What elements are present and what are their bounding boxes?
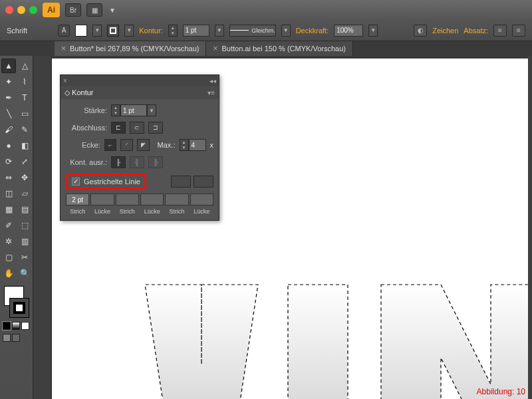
arrange-documents-button[interactable]: ▦ xyxy=(86,3,102,17)
dashed-line-checkbox[interactable]: ✓ xyxy=(72,178,80,186)
blend-tool[interactable]: ⬚ xyxy=(17,218,32,233)
panel-tab-kontur[interactable]: ◇ Kontur xyxy=(65,88,93,97)
align-center-button[interactable]: ≡ xyxy=(512,25,525,37)
pen-tool[interactable]: ✒ xyxy=(1,90,16,105)
rotate-tool[interactable]: ⟳ xyxy=(1,154,16,169)
dash-field-5[interactable] xyxy=(190,194,213,205)
direct-selection-tool[interactable]: △ xyxy=(17,59,32,73)
cap-projecting-button[interactable]: ⊐ xyxy=(148,122,163,134)
screen-mode-normal[interactable] xyxy=(3,334,11,342)
mesh-tool[interactable]: ▦ xyxy=(1,202,16,217)
screen-mode-row xyxy=(1,332,32,343)
blob-brush-tool[interactable]: ● xyxy=(1,138,16,153)
stroke-profile-dropdown[interactable]: Gleichm. xyxy=(229,25,276,37)
dash-field-3[interactable] xyxy=(140,194,164,205)
corner-round-button[interactable]: ◜ xyxy=(120,139,133,151)
free-transform-tool[interactable]: ✥ xyxy=(17,170,32,185)
panel-menu-icon[interactable]: ▾≡ xyxy=(207,89,215,96)
graph-tool[interactable]: ▥ xyxy=(17,234,32,249)
corner-miter-button[interactable]: ⌐ xyxy=(104,139,117,151)
paragraph-link[interactable]: Absatz: xyxy=(464,27,488,35)
document-tab[interactable]: × Button.ai bei 150 % (CMYK/Vorschau) xyxy=(206,41,353,56)
weight-field[interactable]: 1 pt xyxy=(120,104,147,116)
close-window-button[interactable] xyxy=(5,6,13,14)
miter-stepper[interactable]: ▲▼ 4 xyxy=(180,139,206,151)
stroke-dropdown[interactable]: ▼ xyxy=(124,25,134,37)
minimize-window-button[interactable] xyxy=(17,6,25,14)
type-tool[interactable]: T xyxy=(17,90,32,105)
slice-tool[interactable]: ✂ xyxy=(17,250,32,265)
align-stroke-center-button[interactable]: ╟ xyxy=(111,156,126,168)
align-left-button[interactable]: ≡ xyxy=(493,25,507,37)
magic-wand-tool[interactable]: ✦ xyxy=(1,74,16,89)
dash-align-corners-button[interactable] xyxy=(194,176,213,188)
dash-align-exact-button[interactable] xyxy=(171,176,191,188)
bridge-button[interactable]: Br xyxy=(65,3,81,17)
tools-panel: ▲ △ ✦ ⌇ ✒ T ╲ ▭ 🖌 ✎ ● ◧ ⟳ ⤢ ⇔ ✥ ◫ ▱ ▦ ▤ … xyxy=(0,56,33,399)
miter-field[interactable]: 4 xyxy=(189,139,206,151)
shape-builder-tool[interactable]: ◫ xyxy=(1,186,16,201)
opacity-link[interactable]: Deckkraft: xyxy=(296,27,329,35)
eyedropper-tool[interactable]: ✐ xyxy=(1,218,16,233)
color-mode-solid[interactable] xyxy=(3,322,11,330)
cap-butt-button[interactable]: ⊏ xyxy=(111,122,126,134)
weight-dropdown[interactable]: ▼ xyxy=(147,104,156,116)
stroke-weight-stepper[interactable]: ▲▼ xyxy=(168,25,178,37)
selection-tool[interactable]: ▲ xyxy=(1,59,16,73)
line-tool[interactable]: ╲ xyxy=(1,106,16,121)
corner-label: Ecke: xyxy=(66,141,100,149)
recolor-button[interactable]: ◐ xyxy=(414,25,427,37)
perspective-tool[interactable]: ▱ xyxy=(17,186,32,201)
fill-dropdown[interactable]: ▼ xyxy=(92,25,102,37)
character-link[interactable]: Zeichen xyxy=(432,27,458,35)
artboard-tool[interactable]: ▢ xyxy=(1,250,16,265)
panel-titlebar[interactable]: × ◂◂ xyxy=(61,75,219,86)
panel-title: Kontur xyxy=(72,88,93,96)
right-dock xyxy=(528,56,532,399)
stroke-weight-dropdown[interactable]: ▼ xyxy=(215,25,224,37)
stroke-weight-field[interactable]: 1 pt xyxy=(183,25,209,37)
dash-field-1[interactable] xyxy=(90,194,114,205)
opacity-field[interactable]: 100% xyxy=(334,25,363,37)
corner-bevel-button[interactable]: ◤ xyxy=(137,139,150,151)
scale-tool[interactable]: ⤢ xyxy=(17,154,32,169)
zoom-tool[interactable]: 🔍 xyxy=(17,266,32,281)
stroke-color-swatch[interactable] xyxy=(9,298,29,318)
arrange-dropdown-icon[interactable]: ▼ xyxy=(108,7,117,14)
panel-collapse-icon[interactable]: ◂◂ xyxy=(209,77,216,84)
document-tab[interactable]: × Button* bei 267,89 % (CMYK/Vorschau) xyxy=(55,41,206,56)
eraser-tool[interactable]: ◧ xyxy=(17,138,32,153)
align-stroke-outside-button[interactable]: ╠ xyxy=(148,156,163,168)
close-tab-icon[interactable]: × xyxy=(61,44,66,53)
cap-round-button[interactable]: ⊂ xyxy=(130,122,144,134)
hand-tool[interactable]: ✋ xyxy=(1,266,16,281)
kontur-link[interactable]: Kontur: xyxy=(139,27,162,35)
opacity-dropdown[interactable]: ▼ xyxy=(368,25,378,37)
paintbrush-tool[interactable]: 🖌 xyxy=(1,122,16,137)
rectangle-tool[interactable]: ▭ xyxy=(17,106,32,121)
panel-close-icon[interactable]: × xyxy=(63,77,67,84)
zoom-window-button[interactable] xyxy=(29,6,37,14)
symbol-sprayer-tool[interactable]: ✲ xyxy=(1,234,16,249)
dash-field-2[interactable] xyxy=(116,194,139,205)
lasso-tool[interactable]: ⌇ xyxy=(17,74,32,89)
color-mode-none[interactable] xyxy=(21,322,29,330)
weight-label: Stärke: xyxy=(66,106,107,114)
fill-swatch[interactable] xyxy=(75,25,87,37)
char-format-icon[interactable]: A xyxy=(58,25,70,37)
gradient-tool[interactable]: ▤ xyxy=(17,202,32,217)
color-mode-gradient[interactable] xyxy=(12,322,20,330)
dash-field-0[interactable]: 2 pt xyxy=(66,194,89,205)
stroke-profile-dd-icon[interactable]: ▼ xyxy=(281,25,291,37)
width-tool[interactable]: ⇔ xyxy=(1,170,16,185)
dash-col-label: Strich xyxy=(116,207,139,215)
fill-stroke-swatch[interactable] xyxy=(1,285,32,319)
align-stroke-label: Kont. ausr.: xyxy=(66,158,107,166)
dash-field-4[interactable] xyxy=(165,194,188,205)
close-tab-icon[interactable]: × xyxy=(213,44,217,53)
screen-mode-full[interactable] xyxy=(12,334,20,342)
stroke-swatch[interactable] xyxy=(107,25,119,37)
align-stroke-inside-button[interactable]: ╢ xyxy=(130,156,144,168)
weight-stepper[interactable]: ▲▼ 1 pt ▼ xyxy=(111,104,156,116)
pencil-tool[interactable]: ✎ xyxy=(17,122,32,137)
